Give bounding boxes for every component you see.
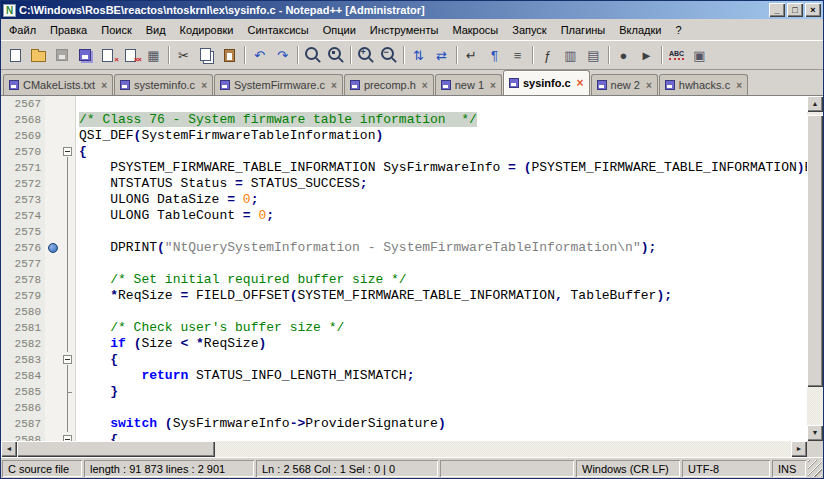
show-all-characters-button[interactable]: ¶ [483, 44, 506, 66]
tab-cmakelists-txt[interactable]: CMakeLists.txt× [3, 74, 113, 95]
paste-button[interactable] [218, 44, 241, 66]
vertical-scroll-track[interactable] [807, 112, 823, 425]
save-all-button[interactable] [73, 44, 96, 66]
function-list-button[interactable]: ƒ [536, 44, 559, 66]
horizontal-scrollbar[interactable]: ◄ ► [1, 441, 807, 457]
scroll-right-button[interactable]: ► [791, 441, 807, 457]
tab-close-icon[interactable]: × [422, 80, 428, 91]
menu-item-macro[interactable]: Макросы [445, 21, 505, 39]
tab-close-icon[interactable]: × [490, 80, 496, 91]
tab-systeminfo-c[interactable]: systeminfo.c× [114, 74, 213, 95]
menu-item-help[interactable]: ? [668, 21, 688, 39]
open-file-button[interactable] [27, 44, 50, 66]
toolbar-separator [608, 46, 609, 64]
new-file-button[interactable] [4, 44, 27, 66]
scroll-left-button[interactable]: ◄ [1, 441, 17, 457]
line-number: 2571 [1, 160, 41, 176]
vertical-scroll-thumb[interactable] [807, 115, 823, 387]
status-spacer [440, 460, 574, 477]
menu-item-tools[interactable]: Инструменты [363, 21, 446, 39]
minimize-button[interactable]: _ [769, 3, 785, 17]
status-encoding: UTF-8 [682, 460, 770, 477]
bookmark-cell [45, 288, 61, 304]
tab-close-icon[interactable]: × [201, 80, 207, 91]
bookmark-margin[interactable] [45, 96, 61, 441]
tab-close-icon[interactable]: × [577, 76, 584, 90]
line-number: 2573 [1, 192, 41, 208]
document-monitor-button[interactable]: ▣ [688, 44, 711, 66]
tab-close-icon[interactable]: × [646, 80, 652, 91]
word-wrap-button[interactable]: ↵ [460, 44, 483, 66]
tab-precomp-h[interactable]: precomp.h× [344, 74, 434, 95]
print-button[interactable]: ▦ [142, 44, 165, 66]
save-icon [56, 49, 68, 61]
bookmark-cell [45, 208, 61, 224]
scroll-up-button[interactable]: ▲ [807, 96, 823, 112]
document-list-button[interactable]: ▤ [582, 44, 605, 66]
toolbar: ×××▦✂↶↷⇅⇄↵¶≡ƒ▥▤●►ABC▣ [1, 40, 823, 70]
menu-item-tabs[interactable]: Вкладки [612, 21, 668, 39]
menu-item-settings[interactable]: Опции [316, 21, 363, 39]
redo-button[interactable]: ↷ [271, 44, 294, 66]
line-number: 2586 [1, 400, 41, 416]
horizontal-scroll-track[interactable] [17, 441, 791, 457]
fold-cell [61, 400, 75, 416]
horizontal-scroll-thumb[interactable] [17, 441, 215, 457]
bookmark-cell [45, 416, 61, 432]
code-area[interactable]: /* Class 76 - System firmware table info… [76, 96, 807, 441]
tab-new-1[interactable]: new 1× [435, 74, 502, 95]
menu-item-file[interactable]: Файл [2, 21, 43, 39]
zoom-out-button[interactable] [377, 44, 400, 66]
vertical-scrollbar[interactable]: ▲ ▼ [807, 96, 823, 441]
record-macro-button[interactable]: ● [612, 44, 635, 66]
close-file-button[interactable]: × [96, 44, 119, 66]
editor-view: 2567256825692570257125722573257425752576… [1, 96, 807, 441]
fold-toggle-icon[interactable] [61, 144, 75, 160]
find-button[interactable] [301, 44, 324, 66]
tab-new-2[interactable]: new 2× [591, 74, 658, 95]
bookmark-cell [45, 256, 61, 272]
play-macro-button[interactable]: ► [635, 44, 658, 66]
tab-close-icon[interactable]: × [331, 80, 337, 91]
cut-button[interactable]: ✂ [172, 44, 195, 66]
indent-guide-button[interactable]: ≡ [506, 44, 529, 66]
toolbar-separator [532, 46, 533, 64]
show-all-characters-icon: ¶ [491, 49, 498, 62]
undo-button[interactable]: ↶ [248, 44, 271, 66]
sync-horizontal-button[interactable]: ⇄ [430, 44, 453, 66]
close-button[interactable]: × [805, 3, 821, 17]
bookmark-cell [45, 320, 61, 336]
resize-grip[interactable] [808, 460, 822, 477]
tab-systemfirmware-c[interactable]: SystemFirmware.c× [214, 74, 343, 95]
word-wrap-icon: ↵ [466, 49, 477, 62]
scroll-down-button[interactable]: ▼ [807, 425, 823, 441]
tab-close-icon[interactable]: × [101, 80, 107, 91]
sync-vertical-button[interactable]: ⇅ [407, 44, 430, 66]
code-line: ULONG DataSize = 0; [79, 192, 807, 208]
zoom-in-button[interactable] [354, 44, 377, 66]
document-map-button[interactable]: ▥ [559, 44, 582, 66]
replace-button[interactable] [324, 44, 347, 66]
menu-item-search[interactable]: Поиск [94, 21, 138, 39]
copy-button[interactable] [195, 44, 218, 66]
status-cursor-position: Ln : 2 568 Col : 1 Sel : 0 | 0 [256, 460, 438, 477]
fold-toggle-icon[interactable] [61, 352, 75, 368]
tab-sysinfo-c[interactable]: sysinfo.c× [503, 70, 590, 95]
menu-item-plugins[interactable]: Плагины [554, 21, 613, 39]
tab-hwhacks-c[interactable]: hwhacks.c× [659, 74, 748, 95]
tab-close-icon[interactable]: × [736, 80, 742, 91]
fold-toggle-icon[interactable] [61, 432, 75, 441]
save-button[interactable] [50, 44, 73, 66]
code-line: QSI_DEF(SystemFirmwareTableInformation) [79, 128, 807, 144]
close-all-button[interactable]: ×× [119, 44, 142, 66]
maximize-button[interactable]: □ [787, 3, 803, 17]
menu-item-view[interactable]: Вид [139, 21, 173, 39]
line-number: 2580 [1, 304, 41, 320]
menu-item-language[interactable]: Синтаксисы [241, 21, 316, 39]
menu-item-run[interactable]: Запуск [505, 21, 553, 39]
document-map-icon: ▥ [564, 49, 576, 62]
menu-item-edit[interactable]: Правка [43, 21, 94, 39]
bookmark-cell [45, 432, 61, 441]
menu-item-encodings[interactable]: Кодировки [173, 21, 241, 39]
spell-check-button[interactable]: ABC [665, 44, 688, 66]
